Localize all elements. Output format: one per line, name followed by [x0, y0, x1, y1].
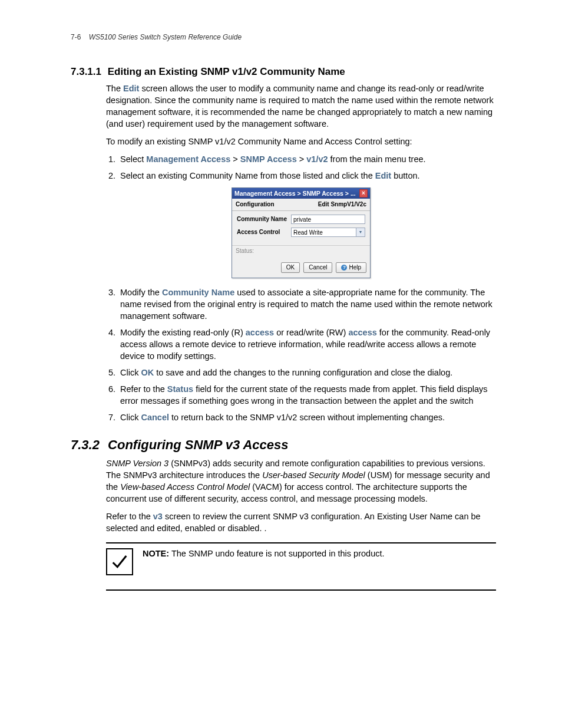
step-list-cont: Modify the Community Name used to associ…: [106, 286, 496, 423]
heading-text: Editing an Existing SNMP v1/v2 Community…: [108, 66, 345, 77]
dialog-titlebar: Management Access > SNMP Access > ... ×: [232, 188, 370, 199]
close-icon[interactable]: ×: [359, 189, 368, 197]
doc-title: WS5100 Series Switch System Reference Gu…: [89, 33, 242, 41]
heading-text: Configuring SNMP v3 Access: [108, 437, 288, 452]
step-2: Select an existing Community Name from t…: [118, 170, 496, 182]
section-body: SNMP Version 3 (SNMPv3) adds security an…: [106, 457, 496, 591]
access-control-label: Access Control: [237, 228, 291, 236]
dialog-figure: Management Access > SNMP Access > ... × …: [106, 187, 496, 278]
edit-label: Edit SnmpV1/V2c: [318, 200, 366, 209]
status-label: Status:: [232, 245, 370, 261]
dialog-subheader: Configuration Edit SnmpV1/V2c: [232, 199, 370, 211]
note-text: NOTE: The SNMP undo feature is not suppo…: [143, 548, 385, 560]
access-control-select[interactable]: Read Write ▾: [291, 228, 365, 237]
paragraph: The Edit screen allows the user to modif…: [106, 83, 496, 130]
cancel-button[interactable]: Cancel: [303, 262, 332, 273]
heading-7-3-2: 7.3.2 Configuring SNMP v3 Access: [71, 437, 496, 453]
help-icon: ?: [341, 265, 347, 271]
access-row: Access Control Read Write ▾: [237, 228, 365, 237]
edit-dialog: Management Access > SNMP Access > ... × …: [232, 187, 371, 278]
access-control-value: Read Write: [291, 228, 356, 237]
running-header: 7-6 WS5100 Series Switch System Referenc…: [71, 33, 496, 41]
heading-number: 7.3.1.1: [71, 66, 101, 77]
paragraph: SNMP Version 3 (SNMPv3) adds security an…: [106, 457, 496, 505]
paragraph: To modify an existing SNMP v1/v2 Communi…: [106, 136, 496, 147]
dialog-button-row: OK Cancel ? Help: [232, 261, 370, 278]
section-body: The Edit screen allows the user to modif…: [106, 83, 496, 423]
step-4: Modify the existing read-only (R) access…: [118, 327, 496, 362]
chevron-down-icon: ▾: [356, 228, 365, 237]
checkmark-icon: [106, 548, 133, 575]
dialog-title: Management Access > SNMP Access > ...: [234, 189, 356, 197]
step-5: Click OK to save and add the changes to …: [118, 367, 496, 378]
heading-7-3-1-1: 7.3.1.1 Editing an Existing SNMP v1/v2 C…: [71, 66, 496, 78]
help-button[interactable]: ? Help: [336, 262, 366, 273]
note-label: NOTE:: [143, 549, 169, 558]
page: 7-6 WS5100 Series Switch System Referenc…: [0, 0, 562, 728]
note-block: NOTE: The SNMP undo feature is not suppo…: [106, 543, 496, 581]
community-name-input[interactable]: private: [291, 215, 365, 224]
community-row: Community Name private: [237, 215, 365, 224]
dialog-form: Community Name private Access Control Re…: [232, 211, 370, 245]
ok-button[interactable]: OK: [281, 262, 300, 273]
step-3: Modify the Community Name used to associ…: [118, 286, 496, 322]
edit-term: Edit: [123, 84, 139, 93]
community-name-label: Community Name: [237, 215, 291, 223]
note-separator-bottom: [106, 589, 496, 591]
step-7: Click Cancel to return back to the SNMP …: [118, 411, 496, 423]
step-6: Refer to the Status field for the curren…: [118, 383, 496, 407]
heading-number: 7.3.2: [71, 437, 100, 452]
step-list: Select Management Access > SNMP Access >…: [106, 153, 496, 182]
config-label: Configuration: [236, 200, 275, 209]
page-number: 7-6: [71, 33, 81, 41]
step-1: Select Management Access > SNMP Access >…: [118, 153, 496, 165]
paragraph: Refer to the v3 screen to review the cur…: [106, 510, 496, 534]
